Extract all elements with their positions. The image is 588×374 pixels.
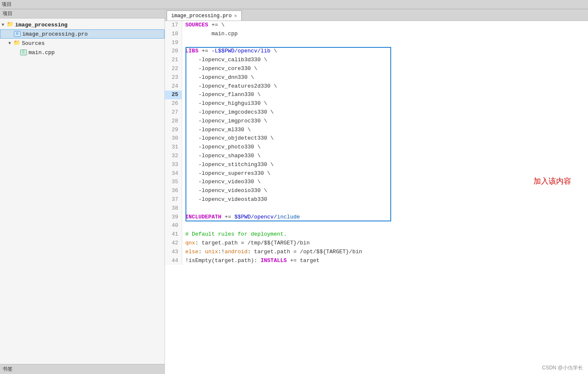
code-line-42: 42qnx: target.path = /tmp/$${TARGET}/bin [165, 239, 588, 248]
line-code-19[interactable] [182, 39, 588, 47]
code-line-22: 22 -lopencv_core330 \ [165, 65, 588, 73]
code-table: 17SOURCES += \18 main.cpp1920LIBS += -L$… [165, 21, 588, 265]
line-code-23[interactable]: -lopencv_dnn330 \ [182, 73, 588, 82]
line-code-42[interactable]: qnx: target.path = /tmp/$${TARGET}/bin [182, 239, 588, 248]
code-line-35: 35 -lopencv_video330 \ [165, 178, 588, 187]
tree-item-main-cpp[interactable]: Cmain.cpp [0, 48, 165, 57]
line-code-17[interactable]: SOURCES += \ [182, 21, 588, 30]
line-code-38[interactable] [182, 204, 588, 213]
tree-label: image_processing.pro [22, 31, 88, 37]
tab-close-button[interactable]: ✕ [234, 13, 237, 18]
line-number-27: 27 [165, 108, 182, 117]
code-line-29: 29 -lopencv_ml330 \ [165, 126, 588, 135]
line-number-25: 25 [165, 91, 182, 99]
top-bar-label: 项目 [2, 1, 12, 8]
line-number-17: 17 [165, 21, 182, 30]
line-number-35: 35 [165, 178, 182, 187]
line-number-24: 24 [165, 82, 182, 91]
code-token: -lopencv_photo330 \ [186, 144, 261, 150]
line-code-22[interactable]: -lopencv_core330 \ [182, 65, 588, 73]
line-code-20[interactable]: LIBS += -L$$PWD/opencv/lib \ [182, 47, 588, 56]
line-number-44: 44 [165, 257, 182, 265]
main-layout: 项目 ▼📁image_processing⚙image_processing.p… [0, 9, 588, 374]
code-line-41: 41# Default rules for deployment. [165, 230, 588, 239]
code-content[interactable]: 17SOURCES += \18 main.cpp1920LIBS += -L$… [165, 21, 588, 374]
active-tab[interactable]: image_processing.pro ✕ [167, 10, 242, 21]
code-line-27: 27 -lopencv_imgcodecs330 \ [165, 108, 588, 117]
code-line-38: 38 [165, 204, 588, 213]
line-code-35[interactable]: -lopencv_video330 \ [182, 178, 588, 187]
code-token: main.cpp [186, 31, 238, 37]
code-token: $$PWD/opencv/ [235, 214, 277, 220]
code-line-26: 26 -lopencv_highgui330 \ [165, 99, 588, 108]
code-token: {TARGET}/bin [270, 240, 310, 246]
line-number-23: 23 [165, 73, 182, 82]
code-line-28: 28 -lopencv_imgproc330 \ [165, 117, 588, 126]
code-token: -lopencv_video330 \ [186, 179, 261, 185]
line-code-21[interactable]: -lopencv_calib3d330 \ [182, 56, 588, 65]
code-token: += \ [208, 22, 225, 28]
code-token: += [199, 48, 212, 54]
line-number-26: 26 [165, 99, 182, 108]
line-number-33: 33 [165, 161, 182, 169]
code-line-19: 19 [165, 39, 588, 47]
folder-icon: 📁 [13, 40, 20, 47]
code-token: {TARGET}/bin [323, 249, 362, 255]
tree-item-project[interactable]: ▼📁image_processing [0, 20, 165, 29]
sidebar-tree[interactable]: ▼📁image_processing⚙image_processing.pro▼… [0, 18, 165, 364]
tree-label: main.cpp [29, 49, 55, 56]
code-token: : target.path = /tmp/$$ [195, 240, 270, 246]
code-line-31: 31 -lopencv_photo330 \ [165, 143, 588, 152]
code-area: image_processing.pro ✕ 17SOURCES += \18 … [165, 9, 588, 374]
tree-item-pro-file[interactable]: ⚙image_processing.pro [0, 29, 165, 39]
line-number-38: 38 [165, 204, 182, 213]
code-token: \ [270, 48, 277, 54]
code-token: -lopencv_flann330 \ [186, 91, 261, 98]
pro-icon: ⚙ [14, 31, 21, 37]
code-token: :! [218, 249, 225, 255]
tree-item-sources[interactable]: ▼📁Sources [0, 39, 165, 48]
line-number-34: 34 [165, 169, 182, 178]
line-number-39: 39 [165, 213, 182, 222]
line-number-29: 29 [165, 126, 182, 135]
watermark: CSDN @小仇学长 [542, 364, 583, 371]
line-code-30[interactable]: -lopencv_objdetect330 \ [182, 134, 588, 143]
code-line-36: 36 -lopencv_videoio330 \ [165, 187, 588, 195]
line-number-22: 22 [165, 65, 182, 73]
tab-bar: image_processing.pro ✕ [165, 9, 588, 21]
code-token: -lopencv_core330 \ [186, 65, 258, 72]
code-line-40: 40 [165, 221, 588, 230]
code-token: unix [205, 249, 218, 255]
code-token: !isEmpty(target.path): [186, 257, 261, 264]
line-number-31: 31 [165, 143, 182, 152]
code-line-20: 20LIBS += -L$$PWD/opencv/lib \ [165, 47, 588, 56]
line-code-43[interactable]: else: unix:!android: target.path = /opt/… [182, 248, 588, 257]
code-line-37: 37 -lopencv_videostab330 [165, 195, 588, 204]
line-code-18[interactable]: main.cpp [182, 30, 588, 39]
line-number-40: 40 [165, 221, 182, 230]
code-token: LIBS [186, 48, 199, 54]
line-code-36[interactable]: -lopencv_videoio330 \ [182, 187, 588, 195]
code-token: : target.path = /opt/$$ [248, 249, 323, 255]
line-code-31[interactable]: -lopencv_photo330 \ [182, 143, 588, 152]
line-code-27[interactable]: -lopencv_imgcodecs330 \ [182, 108, 588, 117]
line-code-41[interactable]: # Default rules for deployment. [182, 230, 588, 239]
tree-label: Sources [22, 40, 45, 47]
code-token: include [277, 214, 300, 220]
code-token: -lopencv_shape330 \ [186, 153, 261, 159]
line-number-18: 18 [165, 30, 182, 39]
line-code-25[interactable]: -lopencv_flann330 \ [182, 91, 588, 99]
line-number-32: 32 [165, 152, 182, 161]
line-code-28[interactable]: -lopencv_imgproc330 \ [182, 117, 588, 126]
line-code-40[interactable] [182, 221, 588, 230]
line-code-44[interactable]: !isEmpty(target.path): INSTALLS += targe… [182, 257, 588, 265]
line-code-34[interactable]: -lopencv_superres330 \ [182, 169, 588, 178]
line-code-32[interactable]: -lopencv_shape330 \ [182, 152, 588, 161]
line-code-29[interactable]: -lopencv_ml330 \ [182, 126, 588, 135]
sidebar-bottom-bar: 书签 [0, 364, 165, 374]
line-code-33[interactable]: -lopencv_stitching330 \ [182, 161, 588, 169]
line-code-39[interactable]: INCLUDEPATH += $$PWD/opencv/include [182, 213, 588, 222]
line-code-24[interactable]: -lopencv_features2d330 \ [182, 82, 588, 91]
line-code-26[interactable]: -lopencv_highgui330 \ [182, 99, 588, 108]
line-code-37[interactable]: -lopencv_videostab330 [182, 195, 588, 204]
